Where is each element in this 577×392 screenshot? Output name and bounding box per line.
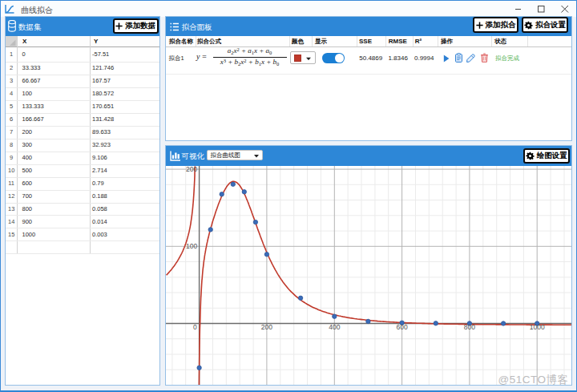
- svg-text:200: 200: [261, 323, 272, 331]
- svg-text:400: 400: [329, 323, 340, 331]
- svg-text:800: 800: [464, 323, 475, 331]
- svg-text:1000: 1000: [530, 323, 545, 331]
- svg-text:0: 0: [193, 323, 197, 331]
- svg-text:100: 100: [186, 242, 197, 250]
- svg-text:200: 200: [186, 166, 197, 173]
- svg-text:600: 600: [397, 323, 408, 331]
